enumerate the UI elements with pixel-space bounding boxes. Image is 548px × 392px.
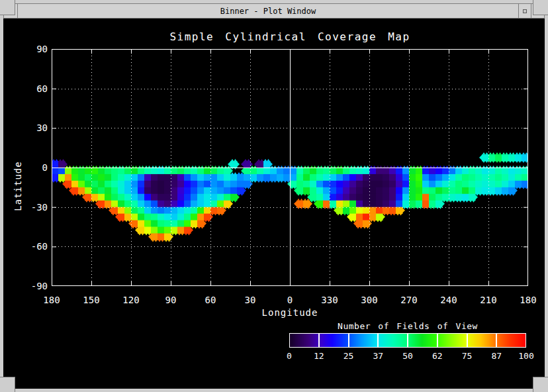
iconify-button[interactable] — [518, 4, 531, 18]
x-tick-label: 180 — [37, 295, 66, 305]
resize-handle-bottom-left[interactable] — [0, 377, 15, 392]
x-tick-label: 0 — [275, 295, 304, 305]
resize-handle-bottom-right[interactable] — [533, 377, 548, 392]
colorbar-tick-label: 37 — [365, 351, 391, 361]
plot-area: Simple Cylindrical Coverage Map Latitude… — [3, 19, 545, 389]
iconify-icon — [523, 9, 527, 13]
y-tick-label: 30 — [15, 122, 48, 133]
x-tick-label: 120 — [116, 295, 146, 305]
window-title: Binner - Plot Window — [18, 4, 518, 18]
y-tick-label: 0 — [15, 162, 48, 173]
x-tick-label: 330 — [315, 295, 344, 305]
x-tick-label: 150 — [77, 295, 106, 305]
x-tick-label: 180 — [514, 295, 543, 305]
x-tick-label: 210 — [474, 295, 503, 305]
colorbar-tick-label: 75 — [454, 351, 480, 361]
y-tick-label: 60 — [15, 83, 48, 94]
resize-handle-top-right[interactable] — [533, 0, 548, 15]
colorbar-tick-label: 50 — [394, 351, 421, 361]
plot-window: Binner - Plot Window Simple Cylindrical … — [0, 0, 548, 392]
colorbar-tick-label: 0 — [276, 351, 302, 361]
titlebar[interactable]: Binner - Plot Window — [3, 3, 545, 19]
x-tick-label: 270 — [394, 295, 424, 305]
x-tick-label: 240 — [434, 295, 463, 305]
colorbar-canvas — [289, 333, 526, 348]
y-tick-label: 90 — [15, 44, 48, 54]
x-tick-label: 60 — [196, 295, 225, 305]
x-tick-label: 90 — [156, 295, 185, 305]
coverage-map-canvas — [52, 49, 528, 286]
x-axis-title: Longitude — [52, 307, 528, 318]
resize-handle-top-left[interactable] — [0, 0, 15, 15]
colorbar-tick-label: 62 — [424, 351, 451, 361]
plot-title: Simple Cylindrical Coverage Map — [52, 30, 528, 43]
y-tick-label: -60 — [15, 241, 48, 252]
colorbar-tick-label: 12 — [306, 351, 332, 361]
colorbar-tick-label: 100 — [513, 351, 539, 361]
x-tick-label: 300 — [355, 295, 384, 305]
y-axis-title: Latitude — [13, 133, 23, 239]
colorbar-title: Number of Fields of View — [289, 321, 526, 331]
colorbar-tick-label: 87 — [483, 351, 510, 361]
y-tick-label: -90 — [15, 281, 48, 291]
colorbar-tick-label: 25 — [336, 351, 362, 361]
x-tick-label: 30 — [236, 295, 265, 305]
y-tick-label: -30 — [15, 202, 48, 213]
